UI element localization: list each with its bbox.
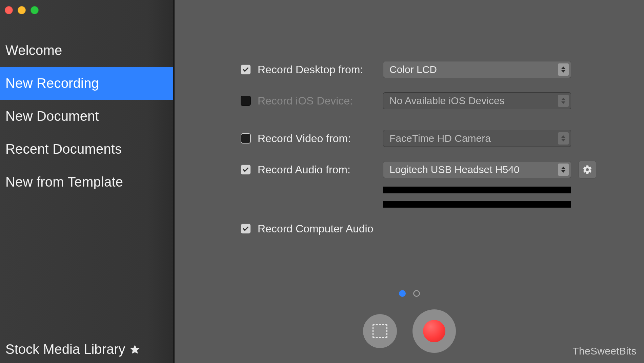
select-ios-source: No Available iOS Devices <box>383 92 571 109</box>
record-icon <box>423 320 445 342</box>
option-row-audio: Record Audio from: Logitech USB Headset … <box>241 159 644 180</box>
select-area-button[interactable] <box>363 314 397 348</box>
zoom-window-button[interactable] <box>31 6 39 14</box>
stock-media-label: Stock Media Library <box>5 342 125 357</box>
sidebar-item-welcome[interactable]: Welcome <box>0 34 173 67</box>
checkbox-record-ios <box>241 96 251 106</box>
select-video-value: FaceTime HD Camera <box>389 133 491 144</box>
select-desktop-value: Color LCD <box>389 64 437 75</box>
main-panel: Record Desktop from: Color LCD Record iO… <box>175 0 644 363</box>
option-row-video: Record Video from: FaceTime HD Camera <box>241 128 644 149</box>
checkbox-record-computer-audio[interactable] <box>241 224 251 234</box>
page-dot-2[interactable] <box>413 290 420 297</box>
audio-settings-button[interactable] <box>579 161 596 178</box>
select-ios-value: No Available iOS Devices <box>389 95 505 107</box>
select-audio-source[interactable]: Logitech USB Headset H540 <box>383 161 571 178</box>
label-record-desktop: Record Desktop from: <box>258 63 383 76</box>
start-record-button[interactable] <box>412 309 456 353</box>
sidebar-nav: Welcome New Recording New Document Recen… <box>0 34 173 198</box>
option-row-ios: Record iOS Device: No Available iOS Devi… <box>241 91 644 111</box>
audio-level-meter <box>383 187 571 208</box>
selection-icon <box>373 324 387 338</box>
audio-level-bar <box>383 187 571 193</box>
gear-icon <box>582 165 592 175</box>
option-row-computer-audio: Record Computer Audio <box>241 218 644 239</box>
label-record-ios: Record iOS Device: <box>258 95 383 107</box>
checkbox-record-desktop[interactable] <box>241 64 251 75</box>
audio-level-bar <box>383 201 571 208</box>
sidebar-item-new-recording[interactable]: New Recording <box>0 67 173 100</box>
select-video-source[interactable]: FaceTime HD Camera <box>383 130 571 147</box>
select-audio-value: Logitech USB Headset H540 <box>389 164 520 175</box>
sidebar: Welcome New Recording New Document Recen… <box>0 0 175 363</box>
checkbox-record-audio[interactable] <box>241 165 251 175</box>
stepper-icon <box>558 95 569 107</box>
sidebar-item-recent-documents[interactable]: Recent Documents <box>0 133 173 166</box>
option-row-desktop: Record Desktop from: Color LCD <box>241 59 644 80</box>
close-window-button[interactable] <box>5 6 13 14</box>
stock-media-row[interactable]: Stock Media Library <box>0 342 173 357</box>
select-desktop-source[interactable]: Color LCD <box>383 61 571 78</box>
window-controls <box>0 0 173 14</box>
page-indicator <box>399 290 420 297</box>
sidebar-item-new-from-template[interactable]: New from Template <box>0 166 173 198</box>
footer-actions <box>363 309 456 353</box>
watermark-text: TheSweetBits <box>572 345 637 357</box>
page-dot-1[interactable] <box>399 290 406 297</box>
star-icon <box>129 344 141 355</box>
app-window: Welcome New Recording New Document Recen… <box>0 0 644 363</box>
label-record-computer-audio: Record Computer Audio <box>258 223 374 235</box>
sidebar-item-new-document[interactable]: New Document <box>0 100 173 133</box>
label-record-audio: Record Audio from: <box>258 164 383 176</box>
stepper-icon <box>558 164 569 176</box>
recording-options: Record Desktop from: Color LCD Record iO… <box>241 59 644 250</box>
label-record-video: Record Video from: <box>258 132 383 145</box>
stepper-icon <box>558 63 569 76</box>
checkbox-record-video[interactable] <box>241 133 251 144</box>
minimize-window-button[interactable] <box>18 6 26 14</box>
stepper-icon <box>558 132 569 145</box>
divider <box>241 118 571 118</box>
